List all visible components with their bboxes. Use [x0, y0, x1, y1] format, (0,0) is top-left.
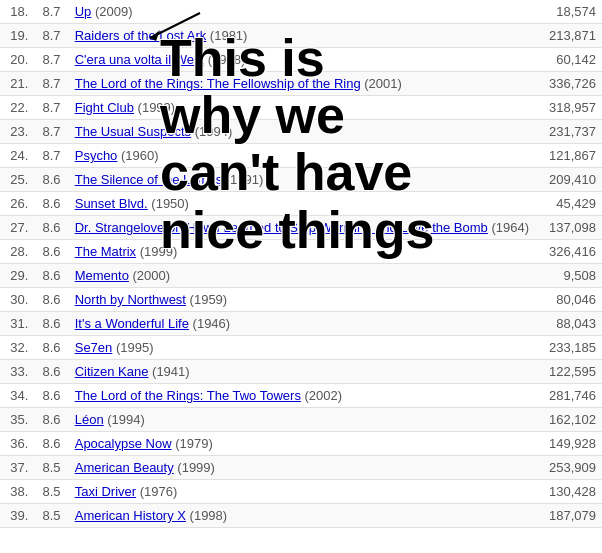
- movie-link[interactable]: Léon: [75, 412, 104, 427]
- movie-link[interactable]: The Usual Suspects: [75, 124, 191, 139]
- table-row: 29.8.6Memento (2000)9,508: [0, 264, 602, 288]
- year-span: (1979): [172, 436, 213, 451]
- title-cell[interactable]: The Silence of the Lambs (1991): [69, 168, 535, 192]
- rank-cell: 30.: [0, 288, 34, 312]
- score-cell: 8.6: [34, 360, 68, 384]
- year-span: (1959): [186, 292, 227, 307]
- movie-link[interactable]: It's a Wonderful Life: [75, 316, 189, 331]
- title-cell[interactable]: Léon (1994): [69, 408, 535, 432]
- year-span: (1964): [488, 220, 529, 235]
- title-cell[interactable]: Apocalypse Now (1979): [69, 432, 535, 456]
- movie-link[interactable]: Dr. Strangelove or: How I Learned to Sto…: [75, 220, 488, 235]
- title-cell[interactable]: Fight Club (1999): [69, 96, 535, 120]
- rank-cell: 35.: [0, 408, 34, 432]
- movie-link[interactable]: The Matrix: [75, 244, 136, 259]
- table-row: 36.8.6Apocalypse Now (1979)149,928: [0, 432, 602, 456]
- table-row: 21.8.7The Lord of the Rings: The Fellows…: [0, 72, 602, 96]
- movie-link[interactable]: The Silence of the Lambs: [75, 172, 222, 187]
- votes-cell: 122,595: [535, 360, 602, 384]
- movie-link[interactable]: American Beauty: [75, 460, 174, 475]
- table-row: 37.8.5American Beauty (1999)253,909: [0, 456, 602, 480]
- year-span: (1981): [206, 28, 247, 43]
- votes-cell: 209,410: [535, 168, 602, 192]
- movie-link[interactable]: American History X: [75, 508, 186, 523]
- votes-cell: 213,871: [535, 24, 602, 48]
- title-cell[interactable]: Sunset Blvd. (1950): [69, 192, 535, 216]
- table-row: 19.8.7Raiders of the Lost Ark (1981)213,…: [0, 24, 602, 48]
- title-cell[interactable]: Up (2009): [69, 0, 535, 24]
- movie-link[interactable]: The Lord of the Rings: The Fellowship of…: [75, 76, 361, 91]
- rank-cell: 32.: [0, 336, 34, 360]
- table-row: 26.8.6Sunset Blvd. (1950)45,429: [0, 192, 602, 216]
- score-cell: 8.5: [34, 504, 68, 528]
- votes-cell: 88,043: [535, 312, 602, 336]
- movie-link[interactable]: Se7en: [75, 340, 113, 355]
- title-cell[interactable]: Psycho (1960): [69, 144, 535, 168]
- title-cell[interactable]: Raiders of the Lost Ark (1981): [69, 24, 535, 48]
- rank-cell: 18.: [0, 0, 34, 24]
- table-row: 27.8.6Dr. Strangelove or: How I Learned …: [0, 216, 602, 240]
- title-cell[interactable]: The Usual Suspects (1994): [69, 120, 535, 144]
- score-cell: 8.6: [34, 408, 68, 432]
- title-cell[interactable]: Se7en (1995): [69, 336, 535, 360]
- title-cell[interactable]: Memento (2000): [69, 264, 535, 288]
- title-cell[interactable]: It's a Wonderful Life (1946): [69, 312, 535, 336]
- year-span: (1991): [222, 172, 263, 187]
- rank-cell: 24.: [0, 144, 34, 168]
- year-span: (2000): [129, 268, 170, 283]
- movie-link[interactable]: C'era una volta il West: [75, 52, 204, 67]
- title-cell[interactable]: Taxi Driver (1976): [69, 480, 535, 504]
- movie-link[interactable]: The Lord of the Rings: The Two Towers: [75, 388, 301, 403]
- rank-cell: 19.: [0, 24, 34, 48]
- movie-link[interactable]: Fight Club: [75, 100, 134, 115]
- year-span: (2002): [301, 388, 342, 403]
- movie-link[interactable]: Memento: [75, 268, 129, 283]
- score-cell: 8.6: [34, 168, 68, 192]
- votes-cell: 281,746: [535, 384, 602, 408]
- movie-link[interactable]: Up: [75, 4, 92, 19]
- year-span: (1994): [191, 124, 232, 139]
- score-cell: 8.6: [34, 312, 68, 336]
- movie-link[interactable]: North by Northwest: [75, 292, 186, 307]
- title-cell[interactable]: The Lord of the Rings: The Two Towers (2…: [69, 384, 535, 408]
- year-span: (1950): [148, 196, 189, 211]
- title-cell[interactable]: American Beauty (1999): [69, 456, 535, 480]
- title-cell[interactable]: Dr. Strangelove or: How I Learned to Sto…: [69, 216, 535, 240]
- year-span: (1999): [134, 100, 175, 115]
- score-cell: 8.7: [34, 72, 68, 96]
- title-cell[interactable]: The Matrix (1999): [69, 240, 535, 264]
- year-span: (1994): [104, 412, 145, 427]
- movie-link[interactable]: Taxi Driver: [75, 484, 136, 499]
- score-cell: 8.7: [34, 48, 68, 72]
- title-cell[interactable]: American History X (1998): [69, 504, 535, 528]
- rank-cell: 23.: [0, 120, 34, 144]
- score-cell: 8.6: [34, 288, 68, 312]
- table-row: 38.8.5Taxi Driver (1976)130,428: [0, 480, 602, 504]
- votes-cell: 326,416: [535, 240, 602, 264]
- movie-link[interactable]: Sunset Blvd.: [75, 196, 148, 211]
- votes-cell: 233,185: [535, 336, 602, 360]
- year-span: (2009): [91, 4, 132, 19]
- rank-cell: 39.: [0, 504, 34, 528]
- table-row: 30.8.6North by Northwest (1959)80,046: [0, 288, 602, 312]
- score-cell: 8.5: [34, 480, 68, 504]
- title-cell[interactable]: C'era una volta il West (1968): [69, 48, 535, 72]
- year-span: (1968): [204, 52, 245, 67]
- movie-link[interactable]: Raiders of the Lost Ark: [75, 28, 207, 43]
- movie-link[interactable]: Psycho: [75, 148, 118, 163]
- votes-cell: 18,574: [535, 0, 602, 24]
- votes-cell: 121,867: [535, 144, 602, 168]
- score-cell: 8.6: [34, 240, 68, 264]
- movie-link[interactable]: Apocalypse Now: [75, 436, 172, 451]
- rank-cell: 20.: [0, 48, 34, 72]
- votes-cell: 231,737: [535, 120, 602, 144]
- title-cell[interactable]: North by Northwest (1959): [69, 288, 535, 312]
- movie-link[interactable]: Citizen Kane: [75, 364, 149, 379]
- title-cell[interactable]: Citizen Kane (1941): [69, 360, 535, 384]
- votes-cell: 45,429: [535, 192, 602, 216]
- title-cell[interactable]: The Lord of the Rings: The Fellowship of…: [69, 72, 535, 96]
- year-span: (1976): [136, 484, 177, 499]
- rank-cell: 25.: [0, 168, 34, 192]
- score-cell: 8.7: [34, 144, 68, 168]
- table-row: 35.8.6Léon (1994)162,102: [0, 408, 602, 432]
